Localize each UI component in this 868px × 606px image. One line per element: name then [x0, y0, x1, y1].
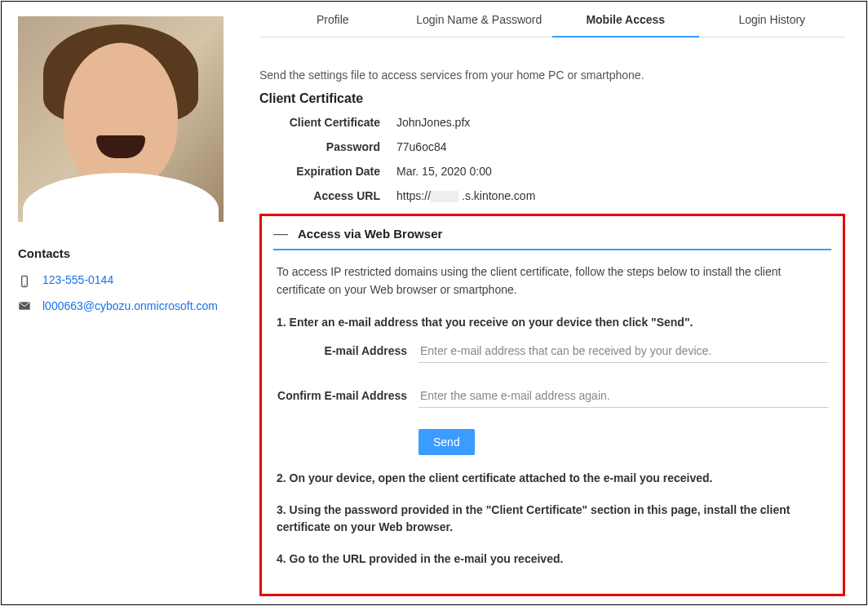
contact-phone[interactable]: 123-555-0144	[42, 273, 113, 286]
avatar	[18, 16, 224, 222]
step-3: 3. Using the password provided in the "C…	[277, 502, 828, 536]
contact-email[interactable]: l000663@cybozu.onmicrosoft.com	[42, 298, 218, 315]
contacts-heading: Contacts	[18, 246, 219, 260]
label-email-address: E-mail Address	[277, 344, 407, 357]
tab-mobile-access[interactable]: Mobile Access	[552, 2, 699, 37]
label-access-url: Access URL	[259, 189, 380, 202]
panel-header-web[interactable]: — Access via Web Browser	[273, 226, 831, 250]
redacted-subdomain	[431, 191, 458, 202]
email-icon	[18, 299, 31, 312]
value-password: 77u6oc84	[396, 140, 447, 153]
step-2: 2. On your device, open the client certi…	[277, 470, 828, 487]
value-expiration: Mar. 15, 2020 0:00	[396, 165, 492, 178]
step-1: 1. Enter an e-mail address that you rece…	[277, 314, 828, 331]
confirm-email-field[interactable]	[418, 384, 828, 408]
tab-bar: Profile Login Name & Password Mobile Acc…	[259, 2, 845, 38]
access-url-link[interactable]: https://.s.kintone.com	[396, 189, 535, 202]
step-4: 4. Go to the URL provided in the e-mail …	[277, 551, 828, 568]
client-certificate-file[interactable]: JohnJones.pfx	[396, 116, 470, 129]
tab-login-history[interactable]: Login History	[699, 2, 846, 37]
panel-title-web: Access via Web Browser	[298, 227, 442, 241]
panel-description: To access IP restricted domains using th…	[277, 263, 828, 299]
phone-icon	[18, 275, 31, 288]
tab-login-name-password[interactable]: Login Name & Password	[406, 2, 553, 37]
client-cert-heading: Client Certificate	[259, 91, 845, 106]
collapse-icon: —	[273, 226, 285, 241]
url-prefix: https://	[396, 189, 431, 202]
email-field[interactable]	[418, 339, 828, 363]
label-expiration: Expiration Date	[259, 165, 380, 178]
label-confirm-email-address: Confirm E-mail Address	[277, 389, 407, 402]
send-button[interactable]: Send	[418, 429, 475, 455]
url-suffix: .s.kintone.com	[462, 189, 535, 202]
intro-text: Send the settings file to access service…	[259, 69, 845, 82]
label-client-certificate: Client Certificate	[259, 116, 380, 129]
web-browser-panel: — Access via Web Browser To access IP re…	[259, 214, 845, 595]
tab-profile[interactable]: Profile	[259, 2, 406, 37]
label-password: Password	[259, 140, 380, 153]
